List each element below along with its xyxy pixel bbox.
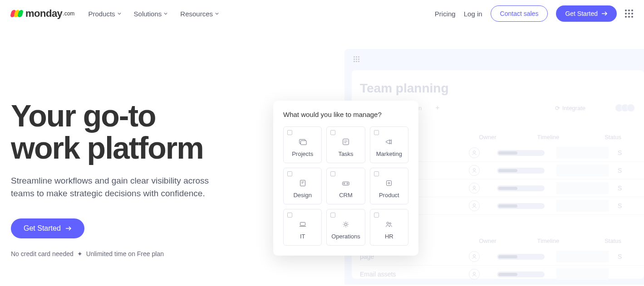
timeline-bar bbox=[497, 150, 545, 156]
get-started-header-button[interactable]: Get Started bbox=[556, 5, 617, 22]
option-label: Product bbox=[379, 192, 399, 199]
owner-avatar-icon bbox=[469, 251, 480, 262]
owner-avatar-icon bbox=[469, 165, 480, 176]
contact-sales-button[interactable]: Contact sales bbox=[491, 5, 548, 22]
svg-point-14 bbox=[388, 182, 390, 184]
option-label: CRM bbox=[339, 192, 353, 199]
status-cell bbox=[556, 268, 609, 280]
row-s: S bbox=[618, 184, 622, 192]
option-it[interactable]: IT bbox=[283, 209, 322, 246]
fine-print: No credit card needed ✦ Unlimited time o… bbox=[11, 250, 274, 257]
svg-point-2 bbox=[473, 186, 476, 189]
col-timeline: Timeline bbox=[537, 238, 559, 244]
owner-avatar-icon bbox=[469, 269, 480, 280]
member-avatars bbox=[617, 104, 635, 112]
options-grid: Projects Tasks Marketing Design CRM Prod… bbox=[283, 126, 408, 246]
col-status: Status bbox=[605, 134, 621, 141]
option-label: Marketing bbox=[376, 150, 402, 157]
add-tab-button[interactable]: + bbox=[435, 104, 439, 112]
row-s: S bbox=[618, 167, 622, 174]
button-label: Get Started bbox=[24, 224, 61, 233]
col-owner: Owner bbox=[479, 238, 496, 244]
apps-grid-icon[interactable] bbox=[625, 10, 633, 18]
checkbox[interactable] bbox=[287, 213, 292, 218]
tasks-icon bbox=[342, 138, 350, 146]
option-crm[interactable]: CRM bbox=[326, 168, 365, 204]
product-icon bbox=[385, 179, 393, 187]
nav-products[interactable]: Products bbox=[88, 10, 121, 18]
fine-print-right: Unlimited time on Free plan bbox=[86, 250, 164, 257]
option-operations[interactable]: Operations bbox=[326, 209, 365, 246]
nav-label: Solutions bbox=[134, 10, 162, 18]
owner-avatar-icon bbox=[469, 147, 480, 158]
checkbox[interactable] bbox=[374, 130, 379, 135]
option-tasks[interactable]: Tasks bbox=[326, 126, 365, 163]
svg-rect-7 bbox=[300, 141, 306, 145]
separator-icon: ✦ bbox=[77, 250, 83, 257]
arrow-right-icon bbox=[601, 11, 608, 16]
status-cell bbox=[556, 165, 609, 176]
login-link[interactable]: Log in bbox=[464, 10, 482, 18]
timeline-bar bbox=[497, 271, 545, 277]
checkbox[interactable] bbox=[330, 213, 335, 218]
integrate-button[interactable]: ⟳Integrate bbox=[555, 105, 585, 111]
checkbox[interactable] bbox=[330, 171, 335, 176]
status-cell bbox=[556, 200, 609, 212]
nav-label: Resources bbox=[180, 10, 213, 18]
megaphone-icon bbox=[385, 138, 393, 146]
svg-point-11 bbox=[344, 183, 345, 184]
logo[interactable]: monday .com bbox=[11, 8, 74, 19]
col-owner: Owner bbox=[479, 134, 496, 141]
checkbox[interactable] bbox=[374, 213, 379, 218]
nav-solutions[interactable]: Solutions bbox=[134, 10, 168, 18]
option-label: IT bbox=[300, 233, 305, 240]
checkbox[interactable] bbox=[287, 171, 292, 176]
logo-text: monday bbox=[25, 8, 62, 19]
fine-print-left: No credit card needed bbox=[11, 250, 74, 257]
design-icon bbox=[299, 179, 307, 187]
option-design[interactable]: Design bbox=[283, 168, 322, 204]
hero-title-line2: work platform bbox=[11, 131, 203, 165]
svg-point-17 bbox=[387, 222, 389, 224]
timeline-bar bbox=[497, 203, 545, 209]
modal-title: What would you like to manage? bbox=[283, 111, 408, 118]
svg-point-3 bbox=[473, 204, 476, 206]
table-row[interactable]: Email assets bbox=[360, 266, 644, 283]
svg-rect-8 bbox=[343, 139, 349, 145]
option-projects[interactable]: Projects bbox=[283, 126, 322, 163]
svg-rect-15 bbox=[300, 223, 305, 226]
owner-avatar-icon bbox=[469, 200, 480, 211]
crm-icon bbox=[342, 179, 350, 187]
row-name: Email assets bbox=[360, 271, 451, 278]
checkbox[interactable] bbox=[374, 171, 379, 176]
checkbox[interactable] bbox=[330, 130, 335, 135]
col-status: Status bbox=[605, 238, 621, 244]
row-s: S bbox=[618, 253, 622, 260]
header-right: Pricing Log in Contact sales Get Started bbox=[435, 5, 633, 22]
chevron-down-icon bbox=[164, 12, 167, 15]
svg-rect-13 bbox=[387, 181, 392, 186]
timeline-bar bbox=[497, 254, 545, 260]
avatar bbox=[627, 104, 635, 112]
pricing-link[interactable]: Pricing bbox=[435, 10, 456, 18]
svg-point-12 bbox=[347, 183, 348, 184]
option-product[interactable]: Product bbox=[370, 168, 408, 204]
chevron-down-icon bbox=[118, 12, 121, 15]
status-cell bbox=[556, 251, 609, 262]
svg-point-0 bbox=[473, 151, 476, 153]
option-marketing[interactable]: Marketing bbox=[370, 126, 408, 163]
get-started-hero-button[interactable]: Get Started bbox=[11, 218, 84, 238]
chevron-down-icon bbox=[215, 12, 219, 15]
checkbox[interactable] bbox=[287, 130, 292, 135]
hero-title-line1: Your go-to bbox=[11, 98, 156, 133]
timeline-bar bbox=[497, 185, 545, 191]
row-s: S bbox=[618, 202, 622, 209]
manage-modal: What would you like to manage? Projects … bbox=[273, 101, 418, 256]
option-hr[interactable]: HR bbox=[370, 209, 408, 246]
svg-point-18 bbox=[389, 223, 391, 224]
button-label: Get Started bbox=[565, 10, 598, 17]
nav-resources[interactable]: Resources bbox=[180, 10, 219, 18]
status-cell bbox=[556, 147, 609, 159]
svg-point-16 bbox=[344, 223, 347, 225]
nav-menu: Products Solutions Resources bbox=[88, 10, 219, 18]
